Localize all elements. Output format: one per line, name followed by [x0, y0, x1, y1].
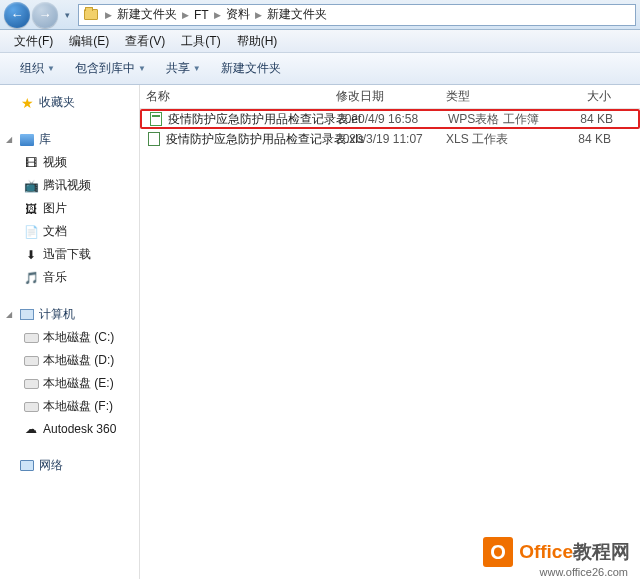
share-button[interactable]: 共享 ▼	[156, 56, 211, 81]
folder-icon	[82, 6, 100, 24]
file-row[interactable]: 疫情防护应急防护用品检查记录表.xls 2020/3/19 11:07 XLS …	[140, 129, 640, 149]
file-type: WPS表格 工作簿	[448, 111, 558, 128]
chevron-right-icon: ▶	[253, 10, 264, 20]
column-type[interactable]: 类型	[446, 88, 556, 105]
drive-f[interactable]: 本地磁盘 (F:)	[4, 395, 135, 418]
cloud-icon: ☁	[22, 421, 40, 437]
drive-c[interactable]: 本地磁盘 (C:)	[4, 326, 135, 349]
history-dropdown[interactable]: ▾	[60, 2, 74, 28]
new-folder-button[interactable]: 新建文件夹	[211, 56, 291, 81]
videos-icon: 🎞	[22, 155, 40, 171]
computer-group: ◢ 计算机 本地磁盘 (C:) 本地磁盘 (D:) 本地磁盘 (E:) 本地磁盘…	[4, 303, 135, 440]
organize-label: 组织	[20, 60, 44, 77]
library-item-documents[interactable]: 📄文档	[4, 220, 135, 243]
include-label: 包含到库中	[75, 60, 135, 77]
watermark-brand2: 教程网	[573, 539, 630, 565]
column-date[interactable]: 修改日期	[336, 88, 446, 105]
breadcrumb[interactable]: FT	[191, 8, 212, 22]
chevron-right-icon: ▶	[212, 10, 223, 20]
favorites-group: ★ 收藏夹	[4, 91, 135, 114]
watermark-url: www.office26.com	[540, 566, 628, 578]
address-bar[interactable]: ▶ 新建文件夹 ▶ FT ▶ 资料 ▶ 新建文件夹	[78, 4, 636, 26]
drive-autodesk[interactable]: ☁Autodesk 360	[4, 418, 135, 440]
music-icon: 🎵	[22, 270, 40, 286]
drive-icon	[22, 376, 40, 392]
nav-buttons: ← → ▾	[4, 2, 74, 28]
chevron-right-icon: ▶	[103, 10, 114, 20]
organize-button[interactable]: 组织 ▼	[10, 56, 65, 81]
network-icon	[18, 458, 36, 474]
window-titlebar: ← → ▾ ▶ 新建文件夹 ▶ FT ▶ 资料 ▶ 新建文件夹	[0, 0, 640, 30]
download-icon: ⬇	[22, 247, 40, 263]
menu-file[interactable]: 文件(F)	[6, 30, 61, 53]
share-label: 共享	[166, 60, 190, 77]
library-item-pictures[interactable]: 🖼图片	[4, 197, 135, 220]
drive-icon	[22, 399, 40, 415]
library-item-music[interactable]: 🎵音乐	[4, 266, 135, 289]
breadcrumb[interactable]: 新建文件夹	[114, 6, 180, 23]
file-name: 疫情防护应急防护用品检查记录表.xls	[166, 131, 336, 148]
watermark-brand1: Office	[519, 541, 573, 563]
menu-tools[interactable]: 工具(T)	[173, 30, 228, 53]
network-group: 网络	[4, 454, 135, 477]
file-type: XLS 工作表	[446, 131, 556, 148]
pictures-icon: 🖼	[22, 201, 40, 217]
collapse-icon: ◢	[6, 135, 18, 144]
libraries-header[interactable]: ◢ 库	[4, 128, 135, 151]
favorites-label: 收藏夹	[39, 94, 75, 111]
main-area: ★ 收藏夹 ◢ 库 🎞视频 📺腾讯视频 🖼图片 📄文档 ⬇迅雷下载 🎵音乐 ◢ …	[0, 85, 640, 579]
documents-icon: 📄	[22, 224, 40, 240]
library-item-thunder[interactable]: ⬇迅雷下载	[4, 243, 135, 266]
chevron-right-icon: ▶	[180, 10, 191, 20]
chevron-down-icon: ▼	[47, 64, 55, 73]
et-file-icon	[148, 111, 164, 127]
tencent-icon: 📺	[22, 178, 40, 194]
collapse-icon: ◢	[6, 310, 18, 319]
breadcrumb[interactable]: 资料	[223, 6, 253, 23]
file-name: 疫情防护应急防护用品检查记录表.et	[168, 111, 338, 128]
file-row[interactable]: 疫情防护应急防护用品检查记录表.et 2020/4/9 16:58 WPS表格 …	[140, 109, 640, 129]
network-header[interactable]: 网络	[4, 454, 135, 477]
column-size[interactable]: 大小	[556, 88, 611, 105]
navigation-pane: ★ 收藏夹 ◢ 库 🎞视频 📺腾讯视频 🖼图片 📄文档 ⬇迅雷下载 🎵音乐 ◢ …	[0, 85, 140, 579]
network-label: 网络	[39, 457, 63, 474]
forward-button[interactable]: →	[32, 2, 58, 28]
computer-label: 计算机	[39, 306, 75, 323]
file-size: 84 KB	[558, 112, 613, 126]
menu-edit[interactable]: 编辑(E)	[61, 30, 117, 53]
logo-icon: O	[483, 537, 513, 567]
star-icon: ★	[18, 95, 36, 111]
drive-d[interactable]: 本地磁盘 (D:)	[4, 349, 135, 372]
computer-header[interactable]: ◢ 计算机	[4, 303, 135, 326]
chevron-down-icon: ▼	[138, 64, 146, 73]
library-item-videos[interactable]: 🎞视频	[4, 151, 135, 174]
drive-e[interactable]: 本地磁盘 (E:)	[4, 372, 135, 395]
library-icon	[18, 132, 36, 148]
command-bar: 组织 ▼ 包含到库中 ▼ 共享 ▼ 新建文件夹	[0, 53, 640, 85]
column-headers: 名称 修改日期 类型 大小	[140, 85, 640, 109]
drive-icon	[22, 330, 40, 346]
file-date: 2020/3/19 11:07	[336, 132, 446, 146]
library-item-tencent[interactable]: 📺腾讯视频	[4, 174, 135, 197]
new-folder-label: 新建文件夹	[221, 60, 281, 77]
drive-icon	[22, 353, 40, 369]
chevron-down-icon: ▼	[193, 64, 201, 73]
back-button[interactable]: ←	[4, 2, 30, 28]
menu-bar: 文件(F) 编辑(E) 查看(V) 工具(T) 帮助(H)	[0, 30, 640, 53]
favorites-header[interactable]: ★ 收藏夹	[4, 91, 135, 114]
file-date: 2020/4/9 16:58	[338, 112, 448, 126]
file-size: 84 KB	[556, 132, 611, 146]
menu-help[interactable]: 帮助(H)	[229, 30, 286, 53]
libraries-group: ◢ 库 🎞视频 📺腾讯视频 🖼图片 📄文档 ⬇迅雷下载 🎵音乐	[4, 128, 135, 289]
xls-file-icon	[146, 131, 162, 147]
column-name[interactable]: 名称	[146, 88, 336, 105]
menu-view[interactable]: 查看(V)	[117, 30, 173, 53]
watermark-logo: O Office 教程网	[483, 537, 630, 567]
file-list-pane: 名称 修改日期 类型 大小 疫情防护应急防护用品检查记录表.et 2020/4/…	[140, 85, 640, 579]
computer-icon	[18, 307, 36, 323]
libraries-label: 库	[39, 131, 51, 148]
include-in-library-button[interactable]: 包含到库中 ▼	[65, 56, 156, 81]
breadcrumb[interactable]: 新建文件夹	[264, 6, 330, 23]
